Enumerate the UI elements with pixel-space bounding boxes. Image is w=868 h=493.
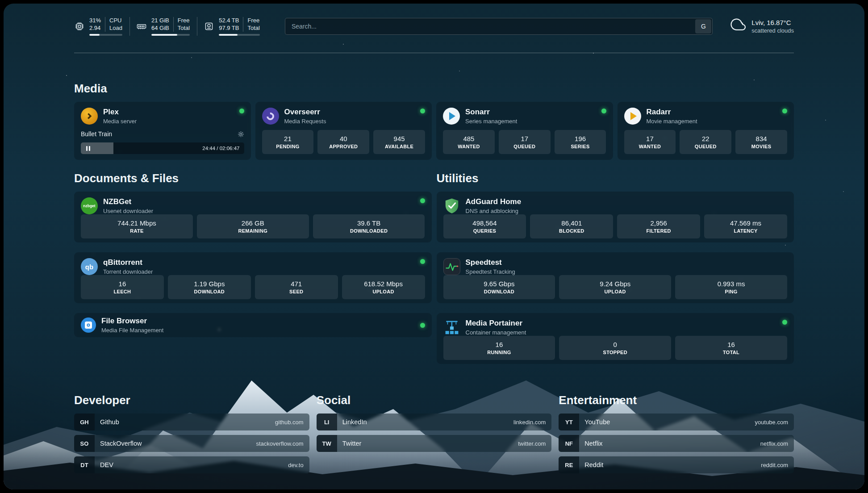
service-name: AdGuard Home xyxy=(466,197,522,206)
disk-total-label: Total xyxy=(247,25,259,32)
adguard-logo-icon xyxy=(443,197,460,214)
bookmark-youtube[interactable]: YT YouTube youtube.com xyxy=(559,414,794,430)
ram-total: 64 GiB xyxy=(151,25,169,32)
bookmark-netflix[interactable]: NF Netflix netflix.com xyxy=(559,435,794,452)
search-engine-button[interactable]: G xyxy=(695,19,711,33)
status-indicator xyxy=(782,320,787,325)
nzbget-card[interactable]: nzbget NZBGet Usenet downloader 744.21 M… xyxy=(74,192,432,242)
search-input[interactable] xyxy=(285,18,713,35)
disk-free: 52.4 TB xyxy=(219,17,239,25)
radarr-card[interactable]: Radarr Movie management 17 WANTED 22 QUE… xyxy=(618,102,794,160)
memory-icon xyxy=(136,21,147,32)
service-name: Sonarr xyxy=(465,108,517,117)
bookmark-abbr: LI xyxy=(317,414,337,430)
ram-total-label: Total xyxy=(178,25,190,32)
storage-usage-widget: 52.4 TB 97.9 TB Free Total xyxy=(204,17,267,36)
bookmark-linkedin[interactable]: LI LinkedIn linkedin.com xyxy=(317,414,552,430)
memory-usage-bar xyxy=(151,34,190,36)
stat-running: 16 RUNNING xyxy=(443,336,555,360)
stat-seed: 471 SEED xyxy=(255,275,338,299)
portainer-logo-icon xyxy=(443,319,460,336)
status-indicator xyxy=(420,259,425,264)
bookmark-url: stackoverflow.com xyxy=(256,440,309,447)
topbar-divider xyxy=(74,53,794,53)
pause-button[interactable] xyxy=(81,146,95,151)
stat-wanted: 485 WANTED xyxy=(443,130,495,154)
status-indicator xyxy=(782,109,787,113)
bookmark-name: Github xyxy=(95,418,119,426)
section-heading-developer: Developer xyxy=(74,393,309,407)
cpu-load-avg: 2.94 xyxy=(89,25,101,32)
stat-filtered: 2,956 FILTERED xyxy=(617,214,700,238)
service-name: Plex xyxy=(103,108,137,117)
service-subtitle: Media File Management xyxy=(101,327,163,334)
overseerr-card[interactable]: Overseerr Media Requests 21 PENDING 40 A… xyxy=(255,102,432,160)
section-heading-entertainment: Entertainment xyxy=(559,393,794,407)
stat-movies: 834 MOVIES xyxy=(735,130,787,154)
service-name: File Browser xyxy=(101,317,163,326)
bookmark-reddit[interactable]: RE Reddit reddit.com xyxy=(559,456,794,473)
sonarr-logo-icon xyxy=(443,108,460,125)
bookmark-dev[interactable]: DT DEV dev.to xyxy=(74,456,309,473)
service-name: Radarr xyxy=(647,108,697,117)
cpu-usage-widget: 31% 2.94 CPU Load xyxy=(74,17,130,36)
search-bar: G xyxy=(285,18,713,35)
sonarr-card[interactable]: Sonarr Series management 485 WANTED 17 Q… xyxy=(436,102,613,160)
status-indicator xyxy=(239,109,244,113)
storage-usage-bar xyxy=(219,34,260,36)
settings-gear-icon[interactable] xyxy=(238,131,244,138)
bookmark-url: twitter.com xyxy=(518,440,551,447)
dashboard: 31% 2.94 CPU Load xyxy=(4,4,864,489)
service-name: NZBGet xyxy=(103,197,153,206)
stat-downloaded: 39.6 TB DOWNLOADED xyxy=(313,214,425,238)
stat-wanted: 17 WANTED xyxy=(624,130,676,154)
qbittorrent-card[interactable]: qb qBittorrent Torrent downloader 16 LEE… xyxy=(74,252,432,303)
memory-usage-widget: 21 GiB 64 GiB Free Total xyxy=(136,17,197,36)
portainer-card[interactable]: Media Portainer Container management 16 … xyxy=(437,313,794,364)
stat-remaining: 266 GB REMAINING xyxy=(197,214,309,238)
stat-total: 16 TOTAL xyxy=(675,336,787,360)
section-heading-media: Media xyxy=(74,82,794,96)
service-name: Media Portainer xyxy=(466,319,526,328)
stat-stopped: 0 STOPPED xyxy=(559,336,671,360)
radarr-logo-icon xyxy=(624,108,641,125)
stat-available: 945 AVAILABLE xyxy=(373,130,425,154)
disk-free-label: Free xyxy=(247,17,259,25)
speedtest-card[interactable]: Speedtest Speedtest Tracking 9.65 Gbps D… xyxy=(437,252,794,303)
service-subtitle: Usenet downloader xyxy=(103,208,153,214)
media-card-grid: Plex Media server Bullet Train xyxy=(74,102,794,160)
stat-series: 196 SERIES xyxy=(555,130,606,154)
section-heading-documents: Documents & Files xyxy=(74,171,432,185)
stat-upload: 9.24 Gbps UPLOAD xyxy=(559,275,671,299)
service-subtitle: Series management xyxy=(465,118,517,125)
filebrowser-logo-icon xyxy=(81,318,96,333)
cpu-load-label: Load xyxy=(109,25,122,32)
plex-player-bar: 24:44 / 02:06:47 xyxy=(81,142,244,154)
status-indicator xyxy=(601,109,606,113)
stat-upload: 618.52 Mbps UPLOAD xyxy=(342,275,425,299)
disk-total: 97.9 TB xyxy=(219,25,239,32)
bookmark-abbr: SO xyxy=(74,435,95,452)
bookmark-name: DEV xyxy=(95,461,113,468)
bookmark-github[interactable]: GH Github github.com xyxy=(74,414,309,430)
ram-free-label: Free xyxy=(178,17,190,25)
plex-card[interactable]: Plex Media server Bullet Train xyxy=(74,102,251,160)
bookmark-stackoverflow[interactable]: SO StackOverflow stackoverflow.com xyxy=(74,435,309,452)
nzbget-logo-icon: nzbget xyxy=(81,197,98,214)
bookmark-url: dev.to xyxy=(288,462,309,468)
weather-condition: scattered clouds xyxy=(751,27,794,34)
bookmark-url: youtube.com xyxy=(755,419,794,426)
stat-blocked: 86,401 BLOCKED xyxy=(530,214,613,238)
bookmark-url: netflix.com xyxy=(760,440,794,447)
hard-drive-icon xyxy=(204,21,214,32)
overseerr-logo-icon xyxy=(262,108,279,125)
service-subtitle: Speedtest Tracking xyxy=(466,268,515,275)
status-indicator xyxy=(420,323,425,328)
bookmark-abbr: YT xyxy=(559,414,579,430)
bookmark-url: github.com xyxy=(275,419,309,426)
adguard-card[interactable]: AdGuard Home DNS and adblocking 498,564 … xyxy=(437,192,794,242)
bookmark-twitter[interactable]: TW Twitter twitter.com xyxy=(317,435,552,452)
stat-ping: 0.993 ms PING xyxy=(675,275,787,299)
stat-approved: 40 APPROVED xyxy=(317,130,369,154)
filebrowser-card[interactable]: File Browser Media File Management xyxy=(74,313,432,337)
